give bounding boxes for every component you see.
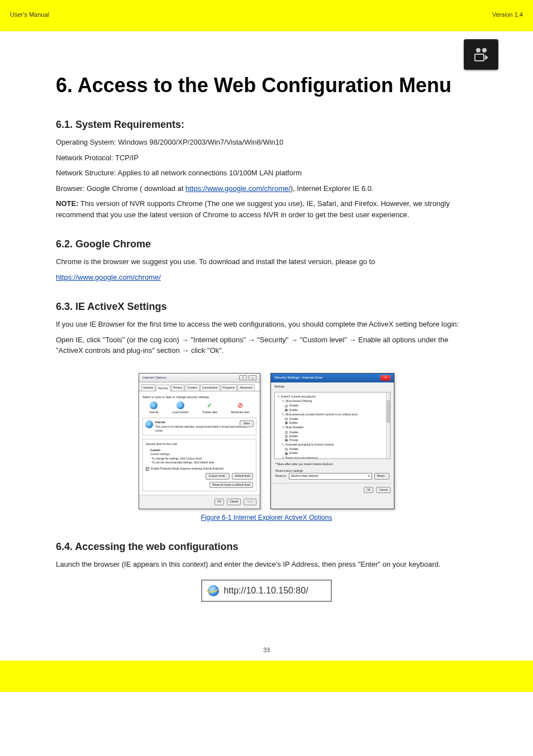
globe-icon xyxy=(150,401,158,409)
tree-item: 🔧 Automatic prompting for ActiveX contro… xyxy=(282,442,388,447)
security-dialog-title: Security Settings - Internet Zone xyxy=(274,375,322,380)
security-dialog-titlebar: Security Settings - Internet Zone × xyxy=(271,374,394,382)
radio-enable[interactable] xyxy=(285,422,288,424)
settings-label: Settings xyxy=(271,382,394,389)
subheading-activex: 6.3. IE ActiveX Settings xyxy=(56,299,477,314)
radio-disable[interactable] xyxy=(285,418,288,420)
tab-general[interactable]: General xyxy=(141,384,155,391)
close-button[interactable]: × xyxy=(380,375,391,381)
tab-content[interactable]: Content xyxy=(185,384,199,391)
reset-button[interactable]: Reset... xyxy=(374,473,389,480)
zone-internet[interactable]: Internet xyxy=(149,401,158,414)
url-text: http://10.1.10.150:80/ xyxy=(223,584,308,597)
figure-dialogs-row: Internet Options ? × General Security Pr… xyxy=(56,373,477,509)
tab-connections[interactable]: Connections xyxy=(200,384,220,391)
close-button[interactable]: × xyxy=(249,375,256,380)
cancel-button[interactable]: Cancel xyxy=(376,487,391,494)
zone-description-box: Internet This zone is for Internet websi… xyxy=(142,418,256,436)
zone-intro-text: Select a zone to view or change security… xyxy=(142,395,256,399)
accessing-paragraph: Launch the browser (IE appears in this c… xyxy=(56,559,477,570)
scroll-thumb[interactable] xyxy=(386,400,390,423)
tab-programs[interactable]: Programs xyxy=(221,384,237,391)
sites-button[interactable]: Sites xyxy=(240,420,254,427)
chrome-download-link[interactable]: https://www.google.com/chrome/ xyxy=(185,184,291,193)
check-icon: ✓ xyxy=(206,401,213,409)
header-left-text: User's Manual xyxy=(10,10,49,20)
restricted-icon: ⊘ xyxy=(236,401,244,409)
tab-advanced[interactable]: Advanced xyxy=(237,384,254,391)
reset-to-label: Reset to: xyxy=(275,474,287,479)
restart-note: *Takes effect after you restart Internet… xyxy=(271,462,394,467)
radio-disable[interactable] xyxy=(285,431,288,434)
ok-button[interactable]: OK xyxy=(215,499,224,505)
default-level-button[interactable]: Default level xyxy=(232,473,253,480)
section-heading: 6. Access to the Web Configuration Menu xyxy=(56,70,477,101)
tab-security[interactable]: Security xyxy=(156,385,170,392)
chrome-paragraph: Chrome is the browser we suggest you use… xyxy=(56,256,477,267)
header-right-text: Version 1.4 xyxy=(492,10,523,20)
chrome-link[interactable]: https://www.google.com/chrome/ xyxy=(56,273,161,281)
zone-trusted[interactable]: ✓Trusted sites xyxy=(202,401,217,414)
subheading-system-requirements: 6.1. System Requirements: xyxy=(56,117,477,132)
tree-item: 🔧 Allow Scriptlets xyxy=(282,425,388,430)
protected-mode-label: Enable Protected Mode (requires restarti… xyxy=(151,467,223,470)
security-settings-dialog: Security Settings - Internet Zone × Sett… xyxy=(270,373,394,509)
apply-button[interactable]: Apply xyxy=(244,499,256,505)
protected-mode-checkbox[interactable] xyxy=(146,467,149,471)
radio-enable[interactable] xyxy=(285,435,288,438)
footer-bar xyxy=(0,661,533,692)
figure-caption: Figure 6-1 Internet Explorer ActiveX Opt… xyxy=(56,513,477,523)
radio-enable[interactable] xyxy=(285,409,288,412)
radio-prompt[interactable] xyxy=(285,439,288,442)
req-network: Network Structure: Applies to all networ… xyxy=(56,168,477,179)
tree-item: 🔧 Allow ActiveX Filtering xyxy=(282,399,388,404)
settings-tree[interactable]: 🔧 ActiveX controls and plug-ins 🔧 Allow … xyxy=(274,392,391,459)
reset-custom-label: Reset custom settings xyxy=(271,467,394,473)
security-level-box: Security level for this zone Custom Cust… xyxy=(142,439,256,491)
activex-paragraph-1: If you use IE Browser for the first time… xyxy=(56,319,477,330)
chevron-down-icon: ▾ xyxy=(368,474,370,479)
dialog-tabs: General Security Privacy Content Connect… xyxy=(139,382,260,392)
zone-intranet[interactable]: Local intranet xyxy=(172,401,188,414)
zone-restricted[interactable]: ⊘Restricted sites xyxy=(231,401,250,414)
dialog-titlebar: Internet Options ? × xyxy=(139,374,260,382)
req-os: Operating System: Windows 98/2000/XP/200… xyxy=(56,137,477,148)
tab-privacy[interactable]: Privacy xyxy=(171,384,184,391)
radio-disable[interactable] xyxy=(285,448,288,451)
globe-icon xyxy=(145,420,153,428)
note-paragraph: NOTE: This version of NVR supports Chrom… xyxy=(56,198,477,220)
req-browser: Browser: Google Chrome ( download at htt… xyxy=(56,183,477,194)
subheading-accessing: 6.4. Accessing the web configurations xyxy=(56,539,477,554)
activex-paragraph-2: Open IE, click "Tools" (or the cog icon)… xyxy=(56,334,477,356)
globe-icon xyxy=(177,401,184,409)
tree-item: 🔧 Allow previously unused ActiveX contro… xyxy=(282,412,388,417)
subheading-chrome: 6.2. Google Chrome xyxy=(56,237,477,252)
page-content: 6. Access to the Web Configuration Menu … xyxy=(0,31,533,629)
internet-explorer-icon xyxy=(208,585,219,596)
logo-camera-icon xyxy=(464,39,498,70)
page-number: 33 xyxy=(0,645,533,655)
reset-all-zones-button[interactable]: Reset all zones to default level xyxy=(210,482,253,489)
ok-button[interactable]: OK xyxy=(364,487,373,494)
req-protocol: Network Protocol: TCP/IP xyxy=(56,152,477,164)
url-address-box: http://10.1.10.150:80/ xyxy=(201,580,331,602)
tree-item: 🔧 Binary and script behaviors xyxy=(282,456,388,459)
reset-select[interactable]: Medium-high (default)▾ xyxy=(289,473,372,480)
help-button[interactable]: ? xyxy=(239,375,247,380)
header-bar: User's Manual Version 1.4 xyxy=(0,0,533,31)
radio-disable[interactable] xyxy=(285,405,288,408)
group-activex: 🔧 ActiveX controls and plug-ins xyxy=(277,395,388,399)
cancel-button[interactable]: Cancel xyxy=(227,499,241,505)
dialog-title: Internet Options xyxy=(142,375,166,380)
internet-options-dialog: Internet Options ? × General Security Pr… xyxy=(139,373,260,509)
scrollbar[interactable] xyxy=(386,393,390,458)
custom-level-button[interactable]: Custom level... xyxy=(206,473,230,480)
radio-enable[interactable] xyxy=(285,452,288,455)
